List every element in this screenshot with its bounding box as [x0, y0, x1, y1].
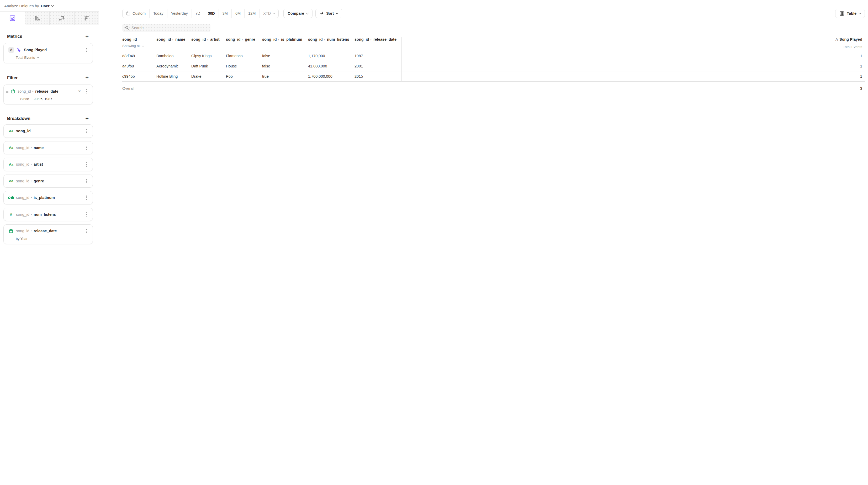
add-filter-button[interactable]: + — [85, 75, 89, 80]
table-cell: Drake — [191, 71, 226, 82]
analyze-entity-dropdown[interactable]: User — [41, 4, 54, 8]
breakdown-item-is-platinum[interactable]: song_id ▸ is_platinum — [3, 191, 93, 205]
date-range-xtd[interactable]: XTD — [259, 9, 278, 18]
table-cell: House — [226, 61, 262, 71]
date-range-yesterday[interactable]: Yesterday — [167, 9, 191, 18]
property-path-arrow-icon: ▸ — [33, 90, 34, 92]
text-type-icon: Aa — [8, 162, 13, 166]
breakdown-options-menu[interactable] — [85, 161, 89, 168]
metric-aggregation-dropdown[interactable]: Total Events — [16, 56, 39, 60]
breakdown-item-song-id[interactable]: Aa song_id — [3, 124, 93, 138]
date-range-30d[interactable]: 30D — [204, 9, 219, 18]
table-search[interactable] — [122, 24, 211, 32]
breakdown-options-menu[interactable] — [85, 178, 89, 184]
analyze-header: Analyze Uniques by User — [0, 0, 99, 11]
filter-section-header: Filter + — [3, 75, 93, 80]
breakdown-item-artist[interactable]: Aa song_id ▸ artist — [3, 158, 93, 171]
breakdown-section-header: Breakdown + — [3, 116, 93, 121]
tab-bar-chart[interactable] — [25, 11, 49, 25]
table-cell: Daft Punk — [191, 61, 226, 71]
showing-all-dropdown[interactable]: Showing all — [122, 43, 144, 48]
breakdown-property-name: genre — [34, 179, 44, 183]
table-cell: 2015 — [354, 71, 401, 82]
property-path-arrow-icon: ▸ — [173, 38, 174, 41]
breakdown-bucket-dropdown[interactable]: by Year — [16, 237, 28, 241]
filter-options-menu[interactable] — [85, 88, 89, 95]
boolean-type-icon — [8, 196, 13, 199]
tab-metrics-grid[interactable] — [74, 11, 99, 25]
breakdown-property-name: is_platinum — [34, 195, 55, 200]
filter-value[interactable]: Jun 6, 1987 — [34, 97, 53, 101]
table-cell: false — [262, 61, 308, 71]
breakdown-item-genre[interactable]: Aa song_id ▸ genre — [3, 175, 93, 188]
breakdown-property-prefix: song_id — [16, 212, 29, 216]
metrics-section-header: Metrics + — [3, 34, 93, 39]
table-cell-metric: 1 — [401, 61, 434, 71]
property-path-arrow-icon: ▸ — [31, 196, 32, 199]
breakdown-property-prefix: song_id — [16, 162, 29, 166]
tab-flow-chart[interactable] — [49, 11, 74, 25]
date-range-12m[interactable]: 12M — [244, 9, 259, 18]
breakdown-options-menu[interactable] — [85, 145, 89, 151]
table-cell: d8d949 — [122, 51, 156, 61]
property-path-arrow-icon: ▸ — [31, 146, 32, 149]
breakdown-item-release-date[interactable]: song_id ▸ release_date by Year — [3, 224, 93, 243]
table-cell — [156, 82, 191, 94]
calendar-icon — [126, 11, 130, 16]
add-metric-button[interactable]: + — [85, 34, 89, 39]
property-path-arrow-icon: ▸ — [324, 38, 326, 41]
property-path-arrow-icon: ▸ — [31, 180, 32, 182]
breakdown-item-num-listens[interactable]: # song_id ▸ num_listens — [3, 208, 93, 221]
bar-chart-icon — [34, 15, 40, 22]
add-breakdown-button[interactable]: + — [85, 116, 89, 121]
breakdown-options-menu[interactable] — [85, 128, 89, 134]
breakdown-options-menu[interactable] — [85, 194, 89, 201]
breakdown-property-prefix: song_id — [16, 229, 29, 233]
column-header-is-platinum: song_id▸is_platinum — [262, 37, 308, 51]
search-input[interactable] — [131, 26, 208, 30]
table-cell-metric: 1 — [401, 51, 434, 61]
compare-button[interactable]: Compare — [283, 9, 312, 18]
date-range-3m[interactable]: 3M — [219, 9, 231, 18]
sort-arrows-icon — [319, 11, 324, 16]
tab-line-chart[interactable] — [0, 11, 25, 25]
filter-operator-dropdown[interactable]: Since — [20, 97, 29, 101]
table-cell: 2001 — [354, 61, 401, 71]
query-sections: Metrics + A Song Played — [0, 34, 99, 243]
column-header-num-listens: song_id▸num_listens — [308, 37, 354, 51]
breakdown-options-menu[interactable] — [85, 228, 89, 234]
breakdown-options-menu[interactable] — [85, 211, 89, 218]
overall-total-value: 3 — [401, 82, 434, 94]
date-range-7d[interactable]: 7D — [191, 9, 204, 18]
drag-handle-icon[interactable] — [6, 90, 8, 93]
breakdown-item-name[interactable]: Aa song_id ▸ name — [3, 141, 93, 155]
filter-property-name: release_date — [35, 89, 58, 93]
overall-row-label: Overall — [122, 82, 156, 94]
table-cell: a43fb8 — [122, 61, 156, 71]
sort-button[interactable]: Sort — [315, 9, 342, 18]
date-range-today[interactable]: Today — [149, 9, 167, 18]
metric-card[interactable]: A Song Played Total Events — [3, 43, 93, 63]
dots-grid-icon — [84, 15, 90, 22]
line-chart-icon — [9, 15, 16, 22]
text-type-icon: Aa — [8, 179, 13, 183]
column-header-release-date: song_id▸release_date — [354, 37, 401, 51]
table-cell: c994bb — [122, 71, 156, 82]
table-cell — [354, 82, 401, 94]
table-cell: 1,700,000,000 — [308, 71, 354, 82]
date-range-6m[interactable]: 6M — [231, 9, 244, 18]
property-path-arrow-icon: ▸ — [31, 230, 32, 232]
breakdown-property-prefix: song_id — [16, 195, 29, 200]
breakdown-property-name: song_id — [16, 129, 31, 133]
property-path-arrow-icon: ▸ — [31, 163, 32, 165]
table-cell: Bamboleo — [156, 51, 191, 61]
breakdown-property-name: num_listens — [34, 212, 56, 216]
table-cell: true — [262, 71, 308, 82]
filter-card[interactable]: song_id ▸ release_date ✕ Since Jun 6, 19… — [3, 85, 93, 105]
metric-options-menu[interactable] — [85, 47, 89, 53]
date-range-custom[interactable]: Custom — [123, 9, 149, 18]
metric-letter-badge: A — [8, 47, 14, 53]
remove-filter-button[interactable]: ✕ — [77, 89, 83, 94]
chevron-down-icon — [142, 44, 144, 47]
breakdown-property-name: artist — [34, 162, 43, 166]
